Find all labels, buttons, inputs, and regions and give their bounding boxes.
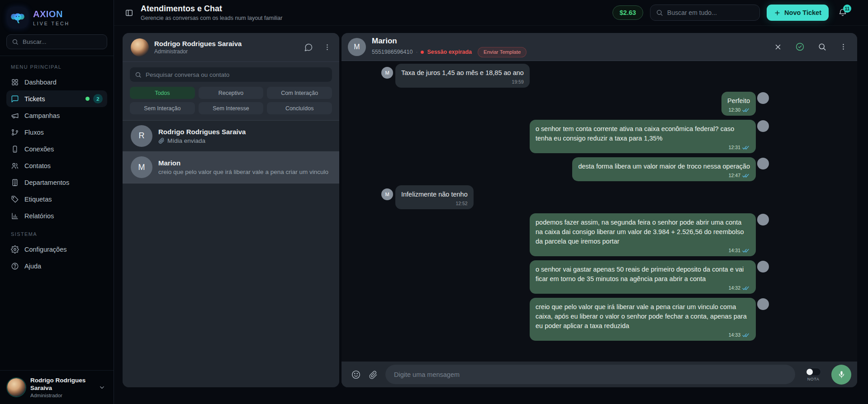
note-toggle-track[interactable]	[806, 368, 821, 376]
conversation-item-marion[interactable]: MMarioncreio que pelo valor que irá libe…	[123, 151, 339, 183]
message-time: 14:32	[729, 283, 740, 293]
message-time: 14:31	[729, 246, 740, 255]
filter-chips: TodosReceptivoCom InteraçãoSem Interação…	[123, 87, 339, 120]
sidebar-item-departamentos[interactable]: Departamentos	[6, 174, 107, 191]
resolve-check-icon[interactable]	[795, 42, 805, 52]
sidebar-profile[interactable]: Rodrigo Rodrigues Saraiva Administrador	[6, 371, 107, 404]
session-status-dot	[421, 51, 424, 54]
agent-avatar	[131, 38, 149, 56]
message-text: podemos fazer assim, na segunda feira o …	[536, 218, 750, 246]
read-receipt-icon	[742, 286, 750, 291]
notifications-button[interactable]: 11	[838, 8, 847, 17]
message-input[interactable]	[394, 371, 787, 378]
sidebar-item-ajuda[interactable]: Ajuda	[6, 258, 107, 274]
global-search-input[interactable]	[667, 9, 754, 16]
building-icon	[11, 179, 19, 187]
message-out: Perfeito12:30	[381, 92, 769, 116]
more-options-icon[interactable]	[840, 43, 847, 51]
filter-concluidos[interactable]: Concluídos	[267, 102, 332, 114]
conversation-search-input[interactable]	[146, 71, 327, 78]
panel-toggle-icon[interactable]	[125, 9, 133, 17]
conversation-preview: creio que pelo valor que irá liberar val…	[158, 169, 331, 175]
send-template-button[interactable]: Enviar Template	[478, 47, 526, 57]
note-toggle[interactable]: NOTA	[803, 368, 824, 381]
contact-avatar-small: M	[381, 188, 393, 200]
sidebar-item-tickets[interactable]: Tickets2	[6, 90, 107, 107]
close-icon[interactable]	[774, 43, 782, 51]
message-time: 12:47	[729, 171, 740, 180]
message-list: MTaxa de juros 1,45 ao mês e 18,85 ao an…	[342, 61, 857, 362]
sidebar-search-input[interactable]	[23, 38, 102, 45]
sidebar-item-conexoes[interactable]: Conexões	[6, 141, 107, 157]
brand-tagline: LIVE TECH	[33, 21, 70, 26]
message-out: o senhor vai gastar apenas 50 reais de p…	[381, 260, 769, 294]
contact-avatar: M	[348, 38, 366, 56]
user-name: Rodrigo Rodrigues Saraiva	[30, 376, 94, 392]
elephant-logo-icon	[7, 7, 28, 28]
help-circle-icon	[11, 262, 19, 270]
search-icon	[135, 71, 142, 78]
message-out: desta forma libera um valor maior de tro…	[381, 157, 769, 181]
message-bubble: Perfeito12:30	[721, 92, 756, 116]
record-audio-button[interactable]	[831, 365, 851, 385]
attach-paperclip-icon[interactable]	[369, 370, 378, 379]
chat-bubble-icon[interactable]	[304, 43, 313, 52]
message-text: Perfeito	[727, 96, 750, 106]
users-icon	[11, 162, 19, 170]
global-search[interactable]	[650, 5, 760, 21]
new-ticket-button[interactable]: Novo Ticket	[767, 5, 829, 21]
sidebar-item-configuracoes[interactable]: Configurações	[6, 241, 107, 258]
note-toggle-label: NOTA	[807, 377, 819, 381]
sidebar-item-dashboard[interactable]: Dashboard	[6, 74, 107, 90]
conversation-name: Rodrigo Rodrigues Saraiva	[158, 128, 331, 136]
message-out: creio que pelo valor que irá liberar val…	[381, 298, 769, 341]
message-out: o senhor tem conta corrente ativa na cai…	[381, 120, 769, 153]
message-bubble: creio que pelo valor que irá liberar val…	[530, 298, 756, 341]
filter-receptivo[interactable]: Receptivo	[199, 87, 264, 99]
agent-role: Administrador	[154, 48, 242, 55]
user-role: Administrador	[30, 393, 94, 398]
message-text: o senhor tem conta corrente ativa na cai…	[536, 124, 750, 143]
sidebar-item-fluxos[interactable]: Fluxos	[6, 124, 107, 141]
filter-sem-interesse[interactable]: Sem Interesse	[199, 102, 264, 114]
conversation-avatar: M	[131, 156, 152, 178]
read-receipt-icon	[742, 108, 750, 113]
sidebar-item-campanhas[interactable]: Campanhas	[6, 107, 107, 124]
nav-section-label: MENU PRINCIPAL	[11, 64, 103, 70]
balance-badge[interactable]: $2.63	[612, 5, 643, 20]
separator-dot: ·	[416, 49, 417, 55]
agent-avatar-small	[757, 120, 769, 132]
message-text: Infelizmente não tenho	[401, 190, 468, 199]
app-root: AXION LIVE TECH MENU PRINCIPALDashboardT…	[0, 0, 868, 404]
sidebar-item-relatorios[interactable]: Relatórios	[6, 207, 107, 224]
plus-icon	[774, 9, 781, 16]
sidebar-search[interactable]	[6, 34, 107, 49]
agent-avatar-small	[757, 92, 769, 104]
page-subtitle: Gerencie as conversas com os leads num l…	[141, 15, 282, 21]
chat-icon	[11, 95, 19, 103]
page-title: Atendimentos e Chat	[141, 4, 282, 14]
brand-name: AXION	[33, 9, 70, 19]
conversations-panel: Rodrigo Rodrigues Saraiva Administrador	[123, 33, 339, 387]
search-icon	[12, 38, 19, 45]
sidebar-item-etiquetas[interactable]: Etiquetas	[6, 191, 107, 207]
search-icon[interactable]	[818, 42, 826, 51]
conversations-header: Rodrigo Rodrigues Saraiva Administrador	[123, 33, 339, 62]
message-bubble: Taxa de juros 1,45 ao mês e 18,85 ao ano…	[395, 64, 530, 88]
conversation-list: RRodrigo Rodrigues SaraivaMídia enviadaM…	[123, 121, 339, 387]
agent-avatar-small	[757, 214, 769, 225]
contact-name: Marion	[372, 37, 526, 46]
bar-chart-icon	[11, 212, 19, 220]
sidebar-item-contatos[interactable]: Contatos	[6, 157, 107, 174]
agent-avatar-small	[757, 261, 769, 272]
more-options-icon[interactable]	[323, 43, 331, 51]
message-input-wrap[interactable]	[385, 365, 795, 384]
filter-sem-interacao[interactable]: Sem Interação	[130, 102, 195, 114]
filter-com-interacao[interactable]: Com Interação	[267, 87, 332, 99]
message-text: Taxa de juros 1,45 ao mês e 18,85 ao ano	[401, 68, 524, 78]
filter-todos[interactable]: Todos	[130, 87, 195, 99]
conversation-item-rodrigo-rodrigues-saraiva[interactable]: RRodrigo Rodrigues SaraivaMídia enviada	[123, 121, 339, 151]
conversation-search[interactable]	[130, 67, 332, 82]
ticket-count-badge: 2	[93, 94, 103, 103]
emoji-icon[interactable]	[351, 370, 361, 380]
